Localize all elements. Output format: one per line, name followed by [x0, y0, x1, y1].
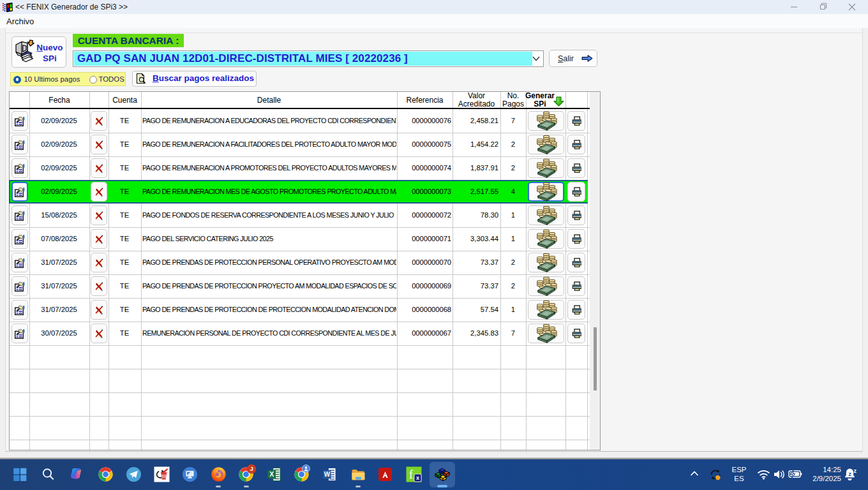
- svg-text:f: f: [409, 468, 414, 481]
- svg-text:J: J: [250, 465, 253, 472]
- svg-text:X: X: [269, 470, 274, 478]
- svg-text:z: z: [854, 468, 857, 474]
- svg-text:z: z: [848, 470, 851, 477]
- svg-text:W: W: [324, 471, 331, 478]
- svg-text:x: x: [416, 475, 419, 481]
